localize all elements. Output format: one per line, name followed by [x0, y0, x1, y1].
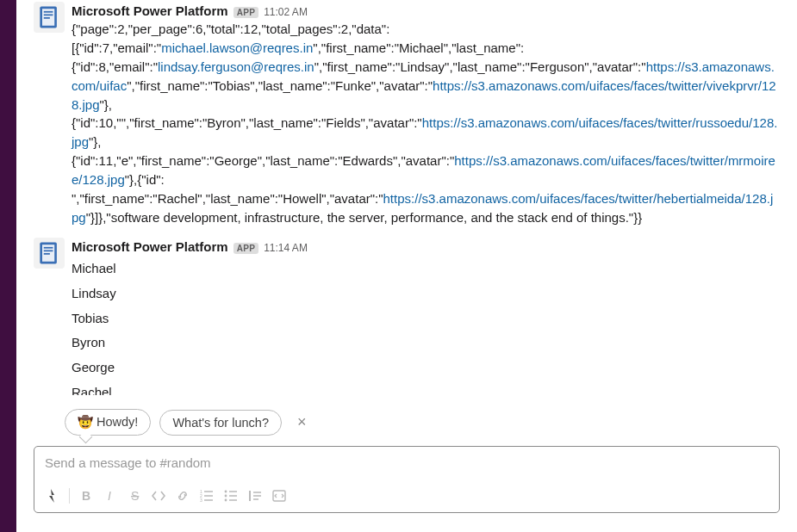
- app-badge: APP: [233, 243, 258, 254]
- message: Microsoft Power Platform APP 11:14 AM Mi…: [16, 232, 797, 395]
- svg-point-23: [225, 499, 227, 502]
- message-text: Michael Lindsay Tobias Byron George Rach…: [72, 256, 780, 395]
- suggestion-label: What's for lunch?: [172, 416, 269, 430]
- list-item: Tobias: [72, 306, 780, 331]
- message-list: Microsoft Power Platform APP 11:02 AM {"…: [16, 0, 797, 395]
- italic-button[interactable]: I: [99, 485, 121, 507]
- email-link[interactable]: michael.lawson@reqres.in: [161, 40, 313, 55]
- blockquote-button[interactable]: [244, 485, 266, 507]
- json-text: ","first_name":"Lindsay","last_name":"Fe…: [314, 59, 646, 74]
- shortcuts-button[interactable]: [41, 485, 64, 507]
- composer-toolbar: B I S 123: [34, 481, 779, 512]
- code-button[interactable]: [147, 485, 170, 507]
- emoji-icon: 🤠: [78, 415, 93, 429]
- composer-area: Send a message to #random B I S 123: [16, 446, 797, 532]
- message-composer: Send a message to #random B I S 123: [34, 446, 780, 513]
- svg-rect-4: [44, 17, 50, 19]
- timestamp[interactable]: 11:02 AM: [264, 6, 308, 18]
- app-badge: APP: [233, 7, 258, 18]
- message-input[interactable]: Send a message to #random: [34, 447, 779, 481]
- json-text: "},{"id":10,"","first_name":"Byron","las…: [72, 97, 422, 131]
- json-text: "},{"id":11,"e","first_name":"George","l…: [72, 134, 454, 168]
- channel-view: Microsoft Power Platform APP 11:02 AM {"…: [16, 0, 797, 532]
- app-avatar[interactable]: [34, 238, 65, 269]
- svg-point-22: [225, 495, 227, 498]
- bold-button[interactable]: B: [75, 485, 97, 507]
- list-item: George: [72, 355, 780, 380]
- ordered-list-button[interactable]: 123: [196, 485, 218, 507]
- svg-rect-9: [44, 253, 50, 255]
- json-text: ","first_name":"Tobias","last_name":"Fun…: [127, 78, 433, 93]
- reply-suggestions: 🤠 Howdy! What's for lunch? ×: [16, 395, 797, 446]
- suggestion-pill[interactable]: 🤠 Howdy!: [65, 409, 151, 436]
- json-text: "}]},"software development, infrastructu…: [86, 210, 643, 225]
- svg-text:B: B: [82, 489, 90, 503]
- list-item: Lindsay: [72, 281, 780, 306]
- suggestion-pill[interactable]: What's for lunch?: [159, 410, 282, 436]
- svg-point-21: [225, 491, 227, 493]
- app-avatar[interactable]: [34, 2, 65, 33]
- svg-rect-8: [44, 250, 53, 251]
- message: Microsoft Power Platform APP 11:02 AM {"…: [16, 0, 797, 232]
- svg-text:I: I: [108, 489, 111, 503]
- list-item: Rachel: [72, 380, 780, 395]
- suggestion-label: Howdy!: [97, 415, 138, 429]
- sender-name[interactable]: Microsoft Power Platform: [72, 239, 228, 254]
- timestamp[interactable]: 11:14 AM: [264, 242, 308, 254]
- svg-text:S: S: [131, 489, 139, 503]
- svg-rect-3: [44, 14, 53, 15]
- bullet-list-button[interactable]: [220, 485, 242, 507]
- strikethrough-button[interactable]: S: [123, 485, 146, 507]
- email-link[interactable]: lindsay.ferguson@reqres.in: [158, 59, 314, 74]
- list-item: Michael: [72, 256, 780, 281]
- code-block-button[interactable]: [268, 485, 290, 507]
- svg-rect-7: [44, 247, 53, 249]
- svg-rect-2: [44, 11, 53, 13]
- list-item: Byron: [72, 330, 780, 355]
- link-button[interactable]: [171, 485, 194, 507]
- separator: [69, 488, 70, 504]
- svg-text:3: 3: [200, 498, 202, 503]
- sender-name[interactable]: Microsoft Power Platform: [72, 3, 228, 18]
- message-text: {"page":2,"per_page":6,"total":12,"total…: [72, 20, 780, 227]
- dismiss-suggestions-button[interactable]: ×: [290, 410, 314, 435]
- workspace-rail[interactable]: [0, 0, 16, 532]
